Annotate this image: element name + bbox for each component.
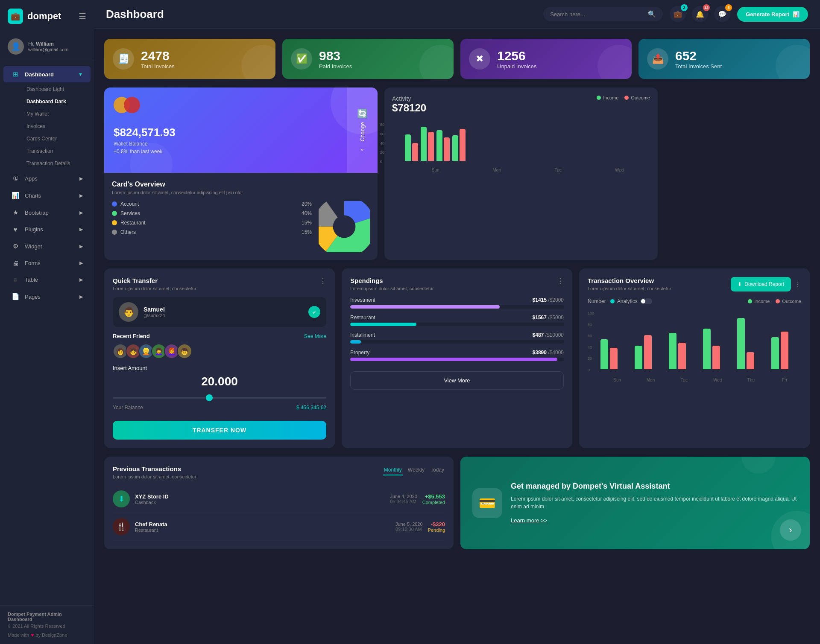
sidebar-nav: ⊞ Dashboard ▼ Dashboard Light Dashboard …	[0, 61, 94, 605]
bar-group-mon	[635, 335, 665, 369]
pt-title: Previous Transactions	[113, 465, 196, 472]
user-email: william@gmail.com	[28, 47, 68, 52]
transfer-now-button[interactable]: TRANSFER NOW	[113, 421, 326, 440]
va-sub: Lorem ipsum dolor sit amet, consectetur …	[511, 495, 798, 510]
bar-income	[405, 134, 411, 161]
briefcase-button[interactable]: 💼 2	[670, 6, 686, 22]
stat-label: Total Invoices Sent	[675, 63, 722, 70]
header: Dashboard 🔍 💼 2 🔔 12 💬 5 Generate Report…	[94, 0, 820, 29]
sidebar-item-cards-center[interactable]: Cards Center	[19, 133, 91, 145]
see-more-button[interactable]: See More	[304, 333, 326, 339]
chevron-right-icon: ▶	[79, 244, 83, 249]
sidebar-item-my-wallet[interactable]: My Wallet	[19, 108, 91, 120]
sidebar-logo-area: 💼 dompet ☰	[0, 0, 94, 32]
overview-content: Account 20% Services 40% Restaurant	[112, 201, 370, 252]
trans-value: -$320	[428, 521, 445, 527]
spending-amounts: $1567 /$5000	[533, 315, 564, 321]
legend-item-account: Account 20%	[112, 201, 312, 207]
stat-icon-sent: 📤	[647, 48, 668, 70]
sidebar-item-dashboard-dark[interactable]: Dashboard Dark	[19, 96, 91, 108]
sidebar-item-pages[interactable]: 📄 Pages ▶	[3, 288, 91, 305]
legend-dot-account	[112, 201, 117, 207]
view-more-button[interactable]: View More	[350, 371, 564, 390]
tab-monthly[interactable]: Monthly	[383, 465, 403, 475]
table-row: ⬇ XYZ Store ID Cashback June 4, 2020 05:…	[113, 485, 445, 513]
sidebar-item-widget[interactable]: ⚙ Widget ▶	[3, 238, 91, 254]
spending-installment: Installment $487 /$10000	[350, 332, 564, 344]
stat-label: Paid Invoices	[319, 63, 352, 70]
chat-button[interactable]: 💬 5	[714, 6, 730, 22]
spending-amounts: $1415 /$2000	[533, 297, 564, 303]
to-y-label: 0	[588, 368, 594, 372]
spending-item-header: Installment $487 /$10000	[350, 332, 564, 338]
download-report-button[interactable]: ⬇ Download Report	[731, 277, 791, 291]
chevron-down-icon: ⌄	[360, 145, 365, 152]
sidebar-item-label: Apps	[25, 175, 38, 182]
sidebar-item-charts[interactable]: 📊 Charts ▶	[3, 187, 91, 204]
refresh-icon: 🔄	[357, 108, 368, 119]
sidebar-item-transaction-details[interactable]: Transaction Details	[19, 157, 91, 169]
logo-text: dompet	[27, 11, 61, 22]
bar-income	[669, 333, 676, 369]
bar-group-sun	[600, 339, 630, 369]
sidebar-item-plugins[interactable]: ♥ Plugins ▶	[3, 221, 91, 237]
more-options-icon[interactable]: ⋮	[557, 277, 564, 285]
total-amount: /$4000	[548, 350, 564, 356]
legend-dot-services	[112, 211, 117, 216]
more-options-icon[interactable]: ⋮	[319, 277, 326, 285]
sidebar: 💼 dompet ☰ 👤 Hi, William william@gmail.c…	[0, 0, 94, 644]
trans-date-time: June 4, 2020 05:34:45 AM	[390, 494, 417, 504]
sidebar-item-apps[interactable]: ① Apps ▶	[3, 170, 91, 186]
progress-fill	[350, 358, 557, 361]
sidebar-item-transaction[interactable]: Transaction	[19, 145, 91, 157]
activity-chart-wrap: 80 60 40 20 0	[392, 122, 650, 172]
sidebar-item-label: Charts	[25, 192, 41, 199]
learn-more-link[interactable]: Learn more >>	[511, 517, 547, 524]
outcome-label: Outcome	[782, 299, 801, 304]
amount-slider[interactable]	[113, 397, 326, 399]
trans-status: Pending	[428, 527, 445, 533]
bar-income	[600, 339, 608, 369]
va-arrow-button[interactable]: ›	[780, 519, 801, 541]
pt-header: Previous Transactions Lorem ipsum dolor …	[113, 465, 445, 479]
y-axis-labels: 80 60 40 20 0	[380, 122, 384, 164]
bell-button[interactable]: 🔔 12	[692, 6, 708, 22]
previous-transactions-card: Previous Transactions Lorem ipsum dolor …	[104, 457, 454, 549]
search-input[interactable]	[550, 11, 644, 17]
stat-info: 652 Total Invoices Sent	[675, 49, 722, 70]
generate-report-button[interactable]: Generate Report 📊	[737, 7, 808, 22]
sidebar-item-invoices[interactable]: Invoices	[19, 120, 91, 132]
pt-title-area: Previous Transactions Lorem ipsum dolor …	[113, 465, 196, 479]
to-y-label: 80	[588, 323, 594, 327]
hamburger-icon[interactable]: ☰	[79, 11, 86, 21]
widget-icon: ⚙	[11, 242, 20, 250]
tab-weekly[interactable]: Weekly	[407, 465, 425, 475]
y-label: 0	[380, 160, 384, 164]
trans-status: Completed	[422, 500, 445, 505]
progress-fill	[350, 340, 361, 344]
to-legend: Income Outcome	[748, 299, 801, 304]
circle-red	[124, 97, 140, 113]
tab-today[interactable]: Today	[430, 465, 445, 475]
change-button[interactable]: 🔄 Change ⌄	[347, 87, 378, 173]
transfer-handle: @sum224	[144, 313, 165, 318]
va-content: Get managed by Dompet's Virtual Assistan…	[511, 482, 798, 524]
sidebar-item-table[interactable]: ≡ Table ▶	[3, 272, 91, 288]
page-title: Dashboard	[106, 8, 164, 21]
sidebar-item-dashboard[interactable]: ⊞ Dashboard ▼	[3, 66, 91, 82]
sidebar-item-bootstrap[interactable]: ★ Bootstrap ▶	[3, 204, 91, 221]
to-chart-wrap: 100 80 60 40 20 0	[588, 311, 801, 382]
sidebar-item-dashboard-light[interactable]: Dashboard Light	[19, 83, 91, 95]
pt-tabs: Monthly Weekly Today	[383, 465, 445, 475]
card-overview-panel: $824,571.93 Wallet Balance +0.8% than la…	[104, 87, 378, 260]
toggle-switch-analytics[interactable]	[640, 298, 652, 304]
trans-amount: -$320 Pending	[428, 521, 445, 533]
spending-investment: Investment $1415 /$2000	[350, 297, 564, 309]
friend-avatar-6[interactable]: 👦	[177, 344, 192, 359]
more-options-icon[interactable]: ⋮	[794, 280, 801, 288]
bottom-row: Quick Transfer Lorem ipsum dolor sit ame…	[104, 268, 810, 448]
activity-title-label: Activity $78120	[392, 95, 426, 120]
sidebar-item-forms[interactable]: 🖨 Forms ▶	[3, 255, 91, 271]
change-btn-text: Change	[359, 122, 366, 142]
bar-group-fri	[771, 332, 801, 369]
